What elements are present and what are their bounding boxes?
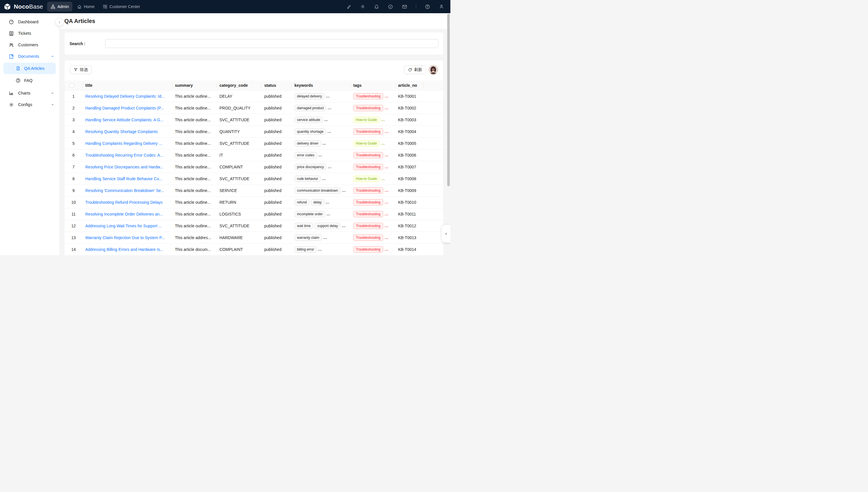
sidebar-item-charts[interactable]: Charts [0,88,59,99]
keyword-chip: refund [295,199,309,205]
question-circle-icon[interactable] [425,4,430,9]
table-row: 11 Resolving Incomplete Order Deliveries… [65,208,443,220]
article-no-cell: KB-T0012 [395,220,424,231]
keywords-overflow-ellipsis: ... [326,200,329,204]
category-code-cell: SVC_ATTITUDE [216,220,261,231]
summary-cell: This article outline... [172,126,216,138]
sidebar-item-customers[interactable]: Customers [0,39,59,51]
tag-badge: Troubleshooting [353,128,383,135]
category-code-cell: RETURN [216,196,261,208]
select-all-checkbox[interactable] [70,83,74,88]
tags-cell: Troubleshooting... [351,220,395,231]
article-title-link[interactable]: Addressing Long Wait Times for Support .… [85,224,162,228]
home-icon [77,4,82,9]
sidebar-item-faq[interactable]: FAQ [3,75,56,86]
tab-label: Customer Center [109,4,140,9]
sidebar-item-tickets[interactable]: Tickets [0,28,59,39]
article-no-cell: KB-T0013 [395,231,424,243]
chevron-up-icon [51,54,55,58]
tags-overflow-ellipsis: ... [381,118,385,122]
article-title-link[interactable]: Handling Service Attitude Complaints: A … [85,118,163,122]
ticket-icon [9,31,14,36]
table-body: 1 Resolving Delayed Delivery Complaints:… [65,90,443,255]
tags-overflow-ellipsis: ... [385,130,389,133]
tag-badge: Troubleshooting [353,188,383,194]
tab-customer-center[interactable]: Customer Center [99,2,144,11]
gear-icon [9,102,14,107]
title-cell: Resolving Price Discrepancies and Hardw.… [82,161,172,173]
keywords-cell: quantity shortage... [291,126,351,138]
article-title-link[interactable]: Addressing Billing Errors and Hardware I… [85,247,163,252]
keyword-chip: price discrepancy [295,164,326,170]
gear-icon[interactable] [360,4,365,9]
nocobase-logo[interactable]: NocoBase [0,3,47,10]
article-no-cell: KB-T0008 [395,173,424,184]
extra-cell [424,126,443,138]
article-no-cell: KB-T0007 [395,161,424,173]
user-avatar[interactable] [429,65,438,74]
article-title-link[interactable]: Warranty Claim Rejection Due to System P… [85,236,165,240]
bell-icon[interactable] [374,4,379,9]
keywords-cell: damaged product... [291,102,351,114]
keyword-chip: support delay [314,223,340,229]
row-index: 1 [65,90,82,102]
article-title-link[interactable]: Handling Service Staff Rude Behavior Co.… [85,176,162,181]
table-row: 3 Handling Service Attitude Complaints: … [65,114,443,126]
tab-admin[interactable]: Admin [47,2,72,11]
keyword-chip: delay [311,199,324,205]
sidebar-item-dashboard[interactable]: Dashboard [0,16,59,28]
sidebar-item-documents[interactable]: Documents [0,51,59,62]
tag-badge: Troubleshooting [353,164,383,170]
summary-cell: This article addres... [172,231,216,243]
article-title-link[interactable]: Resolving Quantity Shortage Complaints [85,129,158,134]
sidebar-item-qa-articles[interactable]: QA Articles [3,63,56,74]
tags-overflow-ellipsis: ... [385,94,389,98]
right-drawer-toggle[interactable] [442,225,450,243]
keywords-cell: refunddelay... [291,196,351,208]
filter-button[interactable]: 筛选 [70,66,92,74]
article-title-link[interactable]: Troubleshooting Refund Processing Delays [85,200,162,205]
vertical-scrollbar-thumb[interactable] [447,14,450,186]
search-card: Search : [65,32,443,55]
article-title-link[interactable]: Resolving Delayed Delivery Complaints: I… [85,94,164,99]
article-title-link[interactable]: Handling Damaged Product Complaints (P..… [85,106,164,110]
search-label: Search : [70,41,105,46]
sidebar-item-configs[interactable]: Configs [0,99,59,110]
check-circle-icon[interactable] [388,4,393,9]
user-icon[interactable] [439,4,444,9]
title-cell: Resolving Delayed Delivery Complaints: I… [82,90,172,102]
keyword-chip: damaged product [295,105,326,111]
tags-overflow-ellipsis: ... [385,106,389,110]
article-title-link[interactable]: Handling Complaints Regarding Delivery .… [85,141,162,146]
column-header-keywords: keywords [291,80,351,90]
table-row: 2 Handling Damaged Product Complaints (P… [65,102,443,114]
tags-overflow-ellipsis: ... [385,236,389,240]
tab-label: Home [84,4,95,9]
highlighter-icon[interactable] [347,4,352,9]
tag-badge: Troubleshooting [353,211,383,217]
article-title-link[interactable]: Resolving Incomplete Order Deliveries an… [85,212,163,216]
tags-overflow-ellipsis: ... [385,200,389,204]
refresh-button[interactable]: 刷新 [404,66,426,74]
title-cell: Troubleshooting Refund Processing Delays [82,196,172,208]
tag-badge: Troubleshooting [353,105,383,111]
keyword-chip: delivery driver [295,140,321,147]
article-title-link[interactable]: Troubleshooting Recurring Error Codes: A… [85,153,163,157]
status-cell: published [261,138,291,149]
article-title-link[interactable]: Resolving Price Discrepancies and Hardw.… [85,165,163,169]
top-navbar: NocoBase Admin Home Cu [0,0,450,13]
keywords-cell: delayed delivery... [291,90,351,102]
status-cell: published [261,231,291,243]
keywords-overflow-ellipsis: ... [323,141,326,145]
sidebar-collapse-button[interactable] [55,18,63,26]
table-row: 7 Resolving Price Discrepancies and Hard… [65,161,443,173]
column-header-tags: tags [351,80,395,90]
keywords-overflow-ellipsis: ... [324,118,328,122]
tag-badge: Troubleshooting [353,246,383,253]
mail-icon[interactable] [402,4,407,9]
tab-home[interactable]: Home [74,2,98,11]
article-title-link[interactable]: Resolving 'Communication Breakdown' Se..… [85,188,164,193]
summary-cell: This article outline... [172,173,216,184]
status-cell: published [261,243,291,255]
search-input[interactable] [105,39,438,48]
